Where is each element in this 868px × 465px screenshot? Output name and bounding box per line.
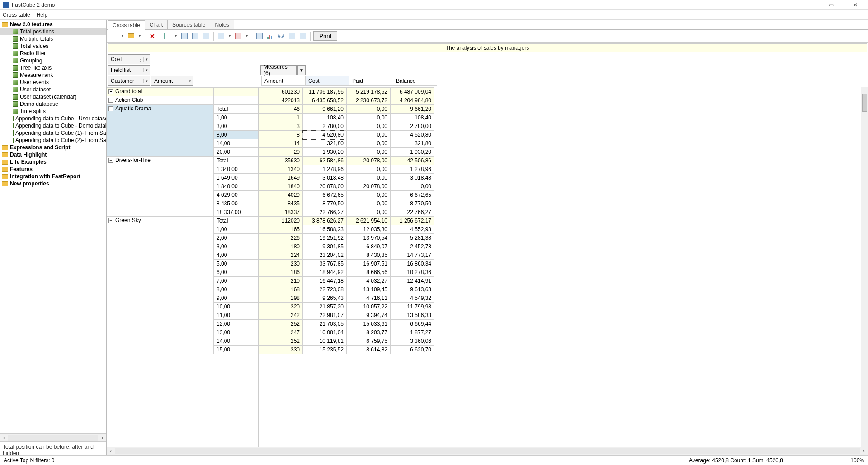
- data-cell[interactable]: 1 930,20: [391, 148, 434, 157]
- data-cell[interactable]: 8: [259, 131, 303, 139]
- data-cell[interactable]: 42 506,86: [391, 157, 434, 165]
- tree-folder[interactable]: Expressions and Script: [0, 144, 106, 151]
- row-header-table[interactable]: +Grand total+Action Club−Aquatic DramaTo…: [107, 87, 258, 354]
- data-cell[interactable]: 33 767,85: [303, 260, 347, 268]
- tree-folder[interactable]: Data Highlight: [0, 151, 106, 158]
- sub-cell[interactable]: 13,00: [214, 328, 258, 337]
- data-cell[interactable]: 6 672,65: [303, 191, 347, 199]
- tab-chart[interactable]: Chart: [145, 20, 168, 29]
- tree-folder[interactable]: Features: [0, 166, 106, 173]
- filter-button[interactable]: [255, 32, 264, 41]
- data-cell[interactable]: 9 661,20: [303, 105, 347, 114]
- sub-cell[interactable]: 20,00: [214, 148, 258, 157]
- align-button[interactable]: [217, 32, 226, 41]
- data-cell[interactable]: 10 278,36: [391, 268, 434, 277]
- customer-cell[interactable]: −Aquatic Drama: [107, 105, 214, 157]
- data-cell[interactable]: 15 235,52: [303, 346, 347, 354]
- format-button[interactable]: #.#: [277, 32, 286, 41]
- data-cell[interactable]: 1: [259, 114, 303, 122]
- data-cell[interactable]: 165: [259, 225, 303, 234]
- data-cell[interactable]: 2 780,00: [391, 122, 434, 131]
- data-cell[interactable]: 20: [259, 148, 303, 157]
- tree-item[interactable]: Radio filter: [0, 50, 106, 57]
- tree-item[interactable]: Demo database: [0, 100, 106, 108]
- data-cell[interactable]: 5 281,38: [391, 234, 434, 242]
- sub-cell[interactable]: Total: [214, 157, 258, 165]
- data-cell[interactable]: 9 613,63: [391, 285, 434, 294]
- data-cell[interactable]: 10 057,22: [347, 303, 391, 311]
- chevron-down-icon[interactable]: ▾: [143, 79, 150, 83]
- new-file-button[interactable]: [109, 32, 118, 41]
- tree-item[interactable]: Time splits: [0, 108, 106, 115]
- tree-item[interactable]: Tree like axis: [0, 64, 106, 71]
- collapse-icon[interactable]: −: [108, 106, 113, 111]
- data-cell[interactable]: 0,00: [347, 122, 391, 131]
- data-cell[interactable]: 252: [259, 337, 303, 346]
- horizontal-scrollbar[interactable]: ‹ ›: [107, 447, 868, 455]
- data-cell[interactable]: 230: [259, 260, 303, 268]
- chevron-down-icon[interactable]: ▾: [187, 79, 193, 83]
- data-cell[interactable]: 108,40: [391, 114, 434, 122]
- scroll-right-icon[interactable]: ›: [98, 435, 106, 441]
- data-cell[interactable]: 9 265,43: [303, 294, 347, 303]
- tree-item[interactable]: Appending data to Cube (2)- From Save: [0, 137, 106, 144]
- scroll-track[interactable]: [115, 448, 860, 454]
- feature-tree[interactable]: New 2.0 featuresTotal positionsMultiple …: [0, 20, 106, 433]
- data-cell[interactable]: 0,00: [347, 139, 391, 148]
- tree-folder[interactable]: New 2.0 features: [0, 21, 106, 28]
- data-cell[interactable]: 12 035,30: [347, 225, 391, 234]
- data-cell[interactable]: 180: [259, 242, 303, 251]
- highlight-dropdown[interactable]: ▾: [245, 34, 249, 38]
- data-cell[interactable]: 16 447,18: [303, 277, 347, 285]
- data-cell[interactable]: 3: [259, 122, 303, 131]
- expand-icon[interactable]: +: [108, 98, 113, 103]
- data-cell[interactable]: 321,80: [391, 139, 434, 148]
- data-cell[interactable]: 16 588,23: [303, 225, 347, 234]
- data-cell[interactable]: 4 552,93: [391, 225, 434, 234]
- window-maximize-button[interactable]: ▭: [823, 0, 839, 9]
- window-minimize-button[interactable]: ─: [798, 0, 815, 9]
- sub-cell[interactable]: 7,00: [214, 277, 258, 285]
- sub-cell[interactable]: 8,00: [214, 131, 258, 139]
- expand-button[interactable]: [180, 32, 189, 41]
- chart-button[interactable]: [266, 32, 275, 41]
- sub-cell[interactable]: 11,00: [214, 311, 258, 320]
- customer-cell[interactable]: +Grand total: [107, 88, 214, 96]
- data-cell[interactable]: 18337: [259, 208, 303, 217]
- layout-button[interactable]: [163, 32, 172, 41]
- data-cell[interactable]: 10 081,04: [303, 328, 347, 337]
- sub-cell[interactable]: 1 649,00: [214, 174, 258, 182]
- sub-cell[interactable]: 2,00: [214, 234, 258, 242]
- sub-cell[interactable]: 6,00: [214, 268, 258, 277]
- print-button[interactable]: Print: [313, 31, 337, 41]
- data-cell[interactable]: 210: [259, 277, 303, 285]
- new-file-dropdown[interactable]: ▾: [120, 34, 125, 38]
- data-cell[interactable]: 13 109,45: [347, 285, 391, 294]
- delete-button[interactable]: ✕: [148, 32, 157, 41]
- data-cell[interactable]: 0,00: [347, 165, 391, 174]
- options-button[interactable]: [298, 32, 307, 41]
- data-cell[interactable]: 4 549,32: [391, 294, 434, 303]
- scroll-left-icon[interactable]: ‹: [107, 448, 115, 454]
- data-cell[interactable]: 108,40: [303, 114, 347, 122]
- data-cell[interactable]: 0,00: [391, 182, 434, 191]
- scroll-right-icon[interactable]: ›: [860, 448, 868, 454]
- sub-cell[interactable]: [214, 96, 258, 105]
- filter-icon[interactable]: ⋮: [137, 79, 143, 84]
- sub-cell[interactable]: [214, 88, 258, 96]
- measures-filter-button[interactable]: ▼: [297, 65, 306, 75]
- sub-cell[interactable]: 1,00: [214, 114, 258, 122]
- data-table[interactable]: 60123011 706 187,565 219 178,526 487 009…: [259, 87, 434, 354]
- column-header-balance[interactable]: Balance: [393, 76, 437, 86]
- data-cell[interactable]: 8 203,77: [347, 328, 391, 337]
- tree-folder[interactable]: New properties: [0, 180, 106, 187]
- data-cell[interactable]: 186: [259, 268, 303, 277]
- data-cell[interactable]: 3 018,48: [391, 174, 434, 182]
- filter-icon[interactable]: ⋮: [180, 79, 187, 84]
- scroll-track[interactable]: [8, 435, 98, 441]
- data-cell[interactable]: 0,00: [347, 208, 391, 217]
- data-cell[interactable]: 0,00: [347, 114, 391, 122]
- data-cell[interactable]: 22 766,27: [391, 208, 434, 217]
- tree-item[interactable]: Total values: [0, 43, 106, 50]
- data-cell[interactable]: 19 251,92: [303, 234, 347, 242]
